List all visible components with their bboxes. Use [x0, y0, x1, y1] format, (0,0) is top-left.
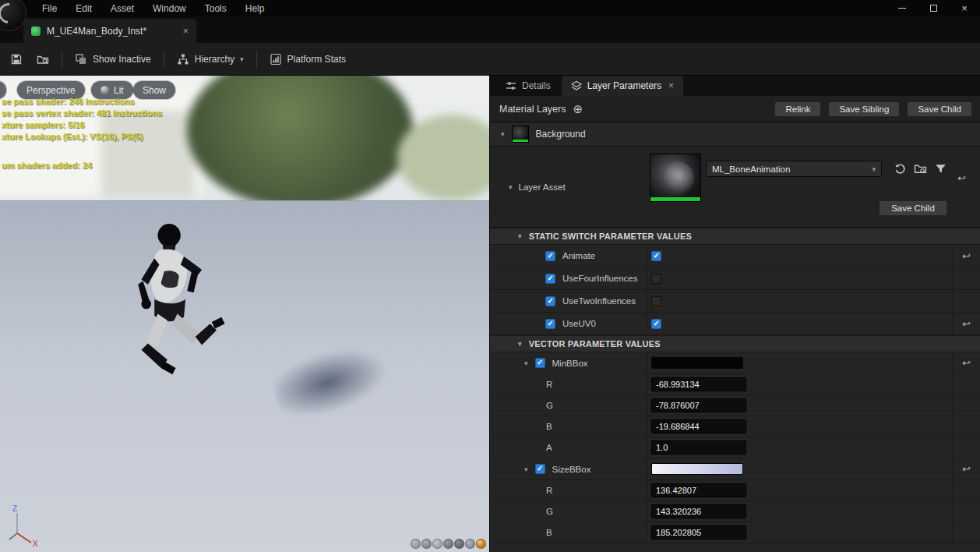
details-icon: [506, 80, 516, 91]
preview-viewport[interactable]: Perspective Lit Show se pass shader: 246…: [0, 76, 489, 552]
menu-edit[interactable]: Edit: [66, 1, 101, 16]
menu-window[interactable]: Window: [143, 1, 196, 16]
tab-layer-parameters[interactable]: Layer Parameters ×: [562, 76, 683, 96]
check-icon: ✓: [537, 358, 543, 366]
relink-button[interactable]: Relink: [774, 101, 821, 117]
save-child-button[interactable]: Save Child: [907, 101, 972, 117]
save-button[interactable]: [3, 48, 30, 70]
number-input[interactable]: 143.320236: [651, 504, 746, 518]
reset-to-default-icon[interactable]: ↩: [962, 357, 971, 369]
show-inactive-icon: [75, 53, 87, 65]
add-layer-icon[interactable]: ⊕: [573, 103, 583, 115]
value-checkbox[interactable]: ✓: [651, 296, 661, 306]
check-icon: ✓: [537, 464, 543, 472]
value-checkbox[interactable]: ✓: [651, 274, 661, 284]
check-icon: ✓: [654, 319, 660, 327]
layer-asset-dropdown[interactable]: ML_BoneAnimation ▾: [706, 161, 882, 177]
menu-asset[interactable]: Asset: [101, 1, 143, 16]
reset-to-default-icon[interactable]: ↩: [957, 172, 966, 184]
reset-to-default-icon[interactable]: ↩: [962, 463, 971, 475]
check-icon: ✓: [548, 251, 554, 260]
tab-details[interactable]: Details: [496, 76, 560, 96]
hierarchy-button[interactable]: Hierarchy ▾: [170, 48, 251, 70]
menu-file[interactable]: File: [33, 1, 66, 16]
static-switch-section-header[interactable]: ▾ STATIC SWITCH PARAMETER VALUES: [490, 228, 980, 245]
number-input[interactable]: -19.686844: [651, 419, 746, 433]
menu-tools[interactable]: Tools: [196, 1, 236, 16]
number-input[interactable]: 1.0: [651, 441, 746, 455]
layer-asset-thumbnail[interactable]: [650, 154, 701, 202]
close-icon[interactable]: ×: [668, 80, 674, 91]
number-input[interactable]: 136.42807: [651, 483, 746, 497]
menu-bar: File Edit Asset Window Tools Help: [33, 1, 273, 16]
preview-shape-icon[interactable]: [411, 539, 421, 549]
show-inactive-button[interactable]: Show Inactive: [68, 48, 158, 70]
override-checkbox[interactable]: ✓: [545, 251, 555, 261]
show-label: Show: [143, 85, 166, 96]
component-label: G: [546, 507, 553, 516]
tab-material-instance[interactable]: M_UE4Man_Body_Inst* ×: [23, 19, 196, 43]
value-checkbox[interactable]: ✓: [651, 319, 661, 329]
gizmo-z-label: Z: [12, 504, 17, 513]
chevron-down-icon[interactable]: ▾: [509, 183, 513, 191]
use-selected-asset-button[interactable]: [894, 162, 907, 175]
background-layer-row[interactable]: ▾ Background: [490, 122, 980, 147]
content-browser-icon: [37, 53, 49, 65]
asset-thumbnail-image: [657, 161, 694, 195]
layer-asset-value: ML_BoneAnimation: [712, 165, 867, 174]
save-child-button[interactable]: Save Child: [879, 200, 947, 216]
param-row-usetwoinfluences: ✓ UseTwoInfluences ✓ ↩: [490, 290, 980, 313]
param-row-useuv0: ✓ UseUV0 ✓ ↩: [490, 313, 980, 335]
reset-to-default-icon[interactable]: ↩: [962, 250, 971, 262]
component-row-r: R 136.42807 ↩: [490, 480, 980, 501]
maximize-button[interactable]: [918, 0, 949, 16]
lit-label: Lit: [114, 85, 124, 96]
preview-shape-mesh-icon[interactable]: [476, 539, 486, 549]
preview-shape-icon[interactable]: [465, 539, 475, 549]
preview-shape-buttons: [411, 539, 486, 549]
layer-asset-label: Layer Asset: [519, 182, 566, 192]
number-input[interactable]: -78.876007: [651, 398, 746, 412]
param-row-minbbox: ▾ ✓ MinBBox ↩: [490, 352, 980, 374]
preview-shape-icon[interactable]: [443, 539, 453, 549]
minimize-icon: [898, 8, 906, 9]
color-swatch[interactable]: [651, 463, 743, 475]
component-label: G: [546, 401, 553, 410]
browse-to-asset-button[interactable]: [914, 162, 927, 175]
chevron-down-icon[interactable]: ▾: [524, 465, 528, 473]
gizmo-x-label: X: [33, 540, 38, 547]
override-checkbox[interactable]: ✓: [545, 319, 555, 329]
layer-asset-section: ▾ Layer Asset ML_BoneAnimation ▾: [490, 147, 980, 228]
layer-name-label: Background: [536, 129, 586, 140]
platform-stats-button[interactable]: Platform Stats: [263, 48, 353, 70]
preview-shape-icon[interactable]: [421, 539, 432, 549]
value-checkbox[interactable]: ✓: [651, 251, 661, 261]
param-label: MinBBox: [552, 359, 588, 368]
menu-help[interactable]: Help: [236, 1, 274, 16]
color-swatch[interactable]: [651, 357, 743, 369]
chevron-down-icon[interactable]: ▾: [501, 130, 505, 138]
close-icon[interactable]: ×: [174, 25, 189, 37]
number-input[interactable]: -68.993134: [651, 377, 746, 391]
preview-shape-icon[interactable]: [432, 539, 442, 549]
asset-tab-bar: M_UE4Man_Body_Inst* ×: [0, 16, 980, 43]
preview-shape-icon[interactable]: [454, 539, 464, 549]
reset-to-default-icon[interactable]: ↩: [962, 318, 971, 330]
override-checkbox[interactable]: ✓: [545, 296, 555, 306]
vector-section-header[interactable]: ▾ VECTOR PARAMETER VALUES: [490, 335, 980, 352]
layer-asset-row: ▾ Layer Asset: [509, 182, 566, 192]
minimize-button[interactable]: [887, 0, 918, 16]
asset-type-color-bar: [650, 197, 700, 201]
lit-mode-icon: [100, 86, 109, 94]
override-checkbox[interactable]: ✓: [535, 358, 545, 368]
chevron-down-icon[interactable]: ▾: [524, 359, 528, 367]
filter-button[interactable]: [934, 162, 947, 175]
override-checkbox[interactable]: ✓: [545, 274, 555, 284]
section-header-label: STATIC SWITCH PARAMETER VALUES: [529, 232, 692, 241]
number-input[interactable]: 185.202805: [651, 525, 746, 540]
component-row-g: G 143.320236 ↩: [490, 501, 980, 522]
override-checkbox[interactable]: ✓: [535, 464, 545, 474]
save-sibling-button[interactable]: Save Sibling: [828, 101, 900, 117]
close-button[interactable]: ×: [949, 0, 980, 16]
browse-to-asset-button[interactable]: [30, 48, 56, 70]
